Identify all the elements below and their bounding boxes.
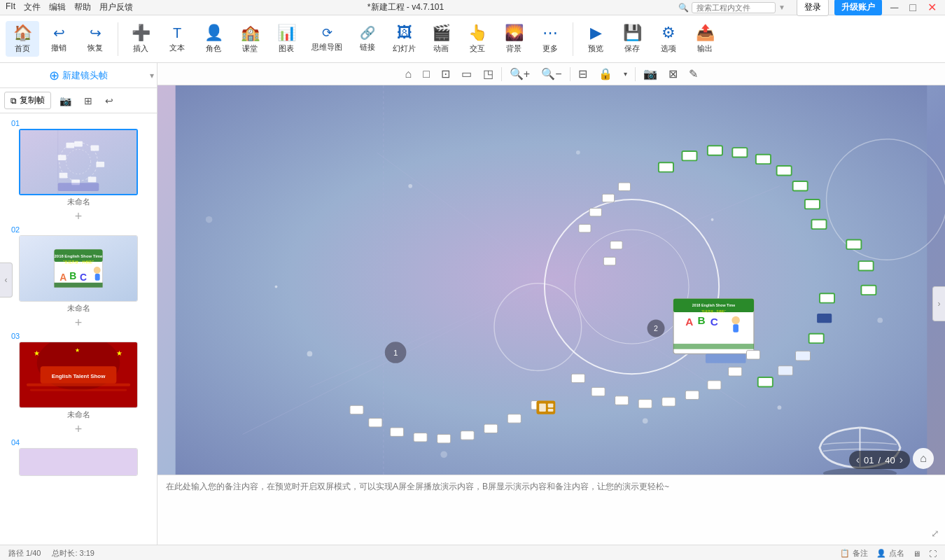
toolbar-insert[interactable]: ➕ 插入 [124, 21, 158, 57]
nav-counter: ‹ 01 / 40 › [849, 451, 910, 469]
right-panel-collapse-button[interactable]: › [932, 286, 945, 321]
rect-icon[interactable]: ▭ [458, 65, 475, 83]
toolbar-redo[interactable]: ↪ 恢复 [78, 22, 112, 56]
notes-expand-icon[interactable]: ⤢ [931, 528, 939, 539]
minimize-button[interactable]: ─ [888, 1, 901, 14]
slide-add-between-02-03[interactable]: + [0, 315, 157, 330]
slide-item-03[interactable]: 03 English Talent Show ★ ★ ★ [0, 330, 157, 421]
svg-text:"百花齐放，共精彩": "百花齐放，共精彩" [701, 309, 727, 313]
slide-name-01: 未命名 [4, 197, 153, 207]
export-icon: 📤 [696, 24, 715, 42]
sidebar-dropdown-icon[interactable]: ▾ [150, 71, 154, 80]
menu-fit[interactable]: FIt [6, 1, 15, 13]
slide-item-02[interactable]: 02 2018 English Show Time [0, 224, 157, 315]
svg-text:1: 1 [393, 349, 398, 357]
notes-button[interactable]: 📋 备注 [840, 548, 868, 559]
nav-next-button[interactable]: › [899, 454, 903, 466]
points-icon: 👤 [876, 549, 886, 558]
menu-edit[interactable]: 编辑 [49, 1, 66, 13]
ct-sep-2 [570, 67, 570, 81]
toolbar-home[interactable]: 🏠 首页 [6, 21, 39, 57]
slide-item-04[interactable]: 04 [0, 437, 157, 477]
lock-dropdown-icon[interactable]: ▾ [620, 68, 631, 80]
crop-icon[interactable]: ⊠ [665, 65, 681, 83]
slide-item-01[interactable]: 01 [0, 118, 157, 209]
notes-label: 备注 [853, 548, 868, 559]
slide-add-between-03-04[interactable]: + [0, 421, 157, 437]
svg-text:★: ★ [75, 347, 80, 354]
svg-point-21 [94, 267, 101, 274]
more-icon: ⋯ [542, 24, 558, 42]
nav-prev-button[interactable]: ‹ [856, 454, 860, 466]
notes-textarea[interactable] [166, 481, 937, 523]
status-screen-button[interactable]: 🖥 [913, 550, 920, 558]
zoom-in-icon[interactable]: 🔍+ [506, 65, 533, 83]
slide-preview-02: 2018 English Show Time "百花齐放，共精彩" A B C [20, 235, 137, 302]
toolbar-sep-2 [573, 22, 573, 56]
toolbar-export[interactable]: 📤 输出 [688, 21, 722, 57]
svg-rect-10 [66, 143, 74, 148]
canvas-area: ⌂ □ ⊡ ▭ ◳ 🔍+ 🔍− ⊟ 🔒 ▾ 📷 ⊠ ✎ [158, 63, 945, 545]
canvas-home-button[interactable]: ⌂ [913, 448, 934, 469]
svg-rect-110 [795, 351, 810, 360]
slide-preview-01 [20, 129, 136, 195]
screenshot-icon[interactable]: 📷 [640, 65, 661, 83]
toolbar-bg[interactable]: 🌄 背景 [497, 21, 531, 57]
toolbar-link[interactable]: 🔗 链接 [351, 22, 384, 55]
menu-help[interactable]: 帮助 [74, 1, 91, 13]
window-title: *新建工程 - v4.7.101 [368, 1, 444, 13]
frame-icon[interactable]: □ [419, 66, 433, 83]
svg-point-37 [275, 286, 278, 288]
undo-tool-button[interactable]: ↩ [101, 92, 118, 109]
toolbar-chart[interactable]: 📊 图表 [270, 21, 303, 57]
slide-thumb-03: English Talent Show ★ ★ ★ [19, 342, 138, 408]
maximize-button[interactable]: □ [906, 1, 919, 14]
search-dropdown-icon[interactable]: ▼ [778, 4, 785, 11]
new-frame-button[interactable]: ⊕ 新建镜头帧 [49, 68, 108, 83]
points-button[interactable]: 👤 点名 [876, 548, 904, 559]
canvas-toolbar: ⌂ □ ⊡ ▭ ◳ 🔍+ 🔍− ⊟ 🔒 ▾ 📷 ⊠ ✎ [158, 63, 945, 85]
svg-rect-90 [638, 400, 652, 408]
upgrade-button[interactable]: 升级账户 [834, 0, 882, 15]
toolbar-text[interactable]: T 文本 [160, 22, 194, 56]
lock-icon[interactable]: 🔒 [595, 65, 616, 83]
svg-text:C: C [80, 272, 87, 283]
edit-icon[interactable]: ✎ [685, 65, 701, 83]
toolbar-undo[interactable]: ↩ 撤销 [42, 22, 76, 56]
sidebar-collapse-button[interactable]: ‹ [0, 262, 13, 298]
copy-frame-button[interactable]: ⧉ 复制帧 [4, 92, 51, 109]
frame-expand-icon[interactable]: ⊡ [438, 65, 454, 83]
toolbar-animate[interactable]: 🎬 动画 [424, 21, 458, 57]
toolbar-home-label: 首页 [15, 43, 30, 54]
toolbar-slide[interactable]: 🖼 幻灯片 [387, 21, 421, 57]
canvas-content[interactable]: 1 2 2018 English Show Time "百花齐放，共精彩" [158, 85, 945, 475]
close-button[interactable]: ✕ [925, 1, 939, 14]
toolbar-classroom[interactable]: 🏫 课堂 [233, 21, 267, 57]
grid-tool-button[interactable]: ⊞ [80, 92, 97, 109]
svg-rect-99 [461, 431, 474, 440]
toolbar-options[interactable]: ⚙ 选项 [652, 21, 685, 57]
menu-file[interactable]: 文件 [24, 1, 41, 13]
zoom-out-icon[interactable]: 🔍− [538, 65, 565, 83]
slide-add-between-01-02[interactable]: + [0, 209, 157, 224]
svg-rect-103 [369, 418, 382, 426]
toolbar-character[interactable]: 👤 角色 [197, 21, 230, 57]
menu-feedback[interactable]: 用户反馈 [99, 1, 133, 13]
status-expand-button[interactable]: ⛶ [929, 550, 937, 558]
svg-point-41 [711, 218, 714, 221]
svg-rect-68 [733, 324, 738, 332]
toolbar-interact[interactable]: 👆 交互 [461, 21, 494, 57]
toolbar-interact-label: 交互 [470, 43, 485, 54]
align-icon[interactable]: ⊟ [575, 65, 591, 83]
global-search-input[interactable] [692, 2, 776, 13]
toolbar-preview[interactable]: ▶ 预览 [579, 21, 612, 57]
toolbar-more[interactable]: ⋯ 更多 [533, 21, 567, 57]
animate-icon: 🎬 [432, 24, 451, 42]
fit-home-icon[interactable]: ⌂ [401, 66, 415, 83]
rect-corner-icon[interactable]: ◳ [479, 65, 497, 83]
login-button[interactable]: 登录 [797, 0, 829, 16]
camera-tool-button[interactable]: 📷 [55, 92, 76, 109]
toolbar-save[interactable]: 💾 保存 [615, 21, 649, 57]
svg-rect-94 [729, 368, 742, 376]
toolbar-mindmap[interactable]: ⟳ 思维导图 [306, 22, 348, 55]
